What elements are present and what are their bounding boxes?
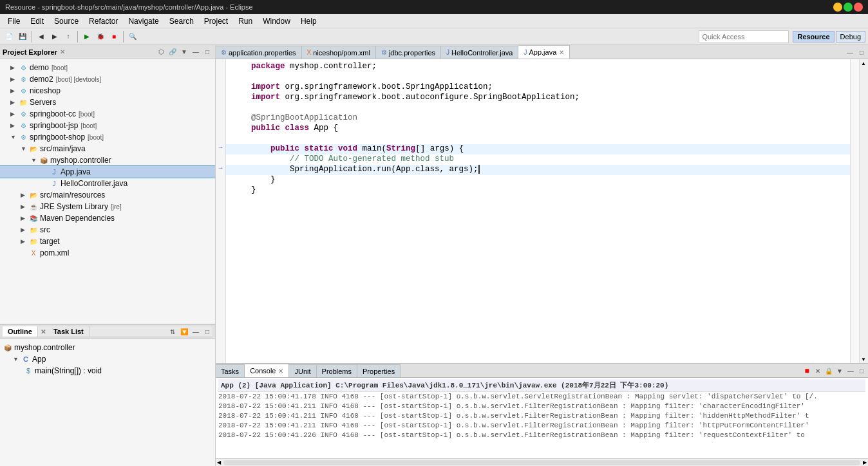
tb-up[interactable]: ↑ <box>62 30 75 43</box>
perspective-buttons: Resource Debug <box>793 31 865 42</box>
java-icon-app: J <box>49 167 59 177</box>
tab-tasks[interactable]: Tasks <box>216 364 245 377</box>
menu-file[interactable]: File <box>3 15 25 27</box>
scrollbar-down[interactable]: ▼ <box>860 355 867 363</box>
tree-item-app-java[interactable]: J App.java <box>0 166 215 178</box>
code-editor[interactable]: package myshop.controller; import org.sp… <box>226 59 850 198</box>
tree-item-servers[interactable]: ▶ 📁 Servers <box>0 97 215 108</box>
maximize-button[interactable] <box>844 3 853 12</box>
close-button[interactable] <box>854 3 863 12</box>
tree-item-pom-xml[interactable]: X pom.xml <box>0 247 215 259</box>
tb-back[interactable]: ◀ <box>35 30 48 43</box>
project-icon-demo: ⚙ <box>18 62 28 73</box>
src-icon-main-resources: 📂 <box>28 190 39 200</box>
gutter-area: → → <box>216 59 226 363</box>
tb-run[interactable]: ▶ <box>80 30 93 43</box>
tree-item-hello-controller[interactable]: J HelloController.java <box>0 178 215 189</box>
bottom-maximize[interactable]: □ <box>856 366 867 376</box>
console-line-5: 2018-07-22 15:00:41.226 INFO 4168 --- [o… <box>218 431 865 440</box>
editor-minimize[interactable]: — <box>845 47 855 57</box>
toolbar-misc: 🔍 <box>126 30 139 43</box>
perspective-debug[interactable]: Debug <box>836 31 865 42</box>
perspective-resource[interactable]: Resource <box>793 31 834 42</box>
menu-navigate[interactable]: Navigate <box>123 15 164 27</box>
pe-collapse-all[interactable]: ⬡ <box>156 47 166 57</box>
pe-minimize[interactable]: — <box>191 47 201 57</box>
console-view-menu[interactable]: ▼ <box>835 366 845 376</box>
tree-item-jre-system[interactable]: ▶ ☕ JRE System Library [jre] <box>0 201 215 212</box>
tree-item-target[interactable]: ▶ 📁 target <box>0 236 215 247</box>
tab-properties[interactable]: Properties <box>357 364 401 377</box>
scrollbar-left[interactable]: ◀ <box>217 460 221 465</box>
console-clear[interactable]: ✕ <box>813 366 823 376</box>
outline-filter[interactable]: 🔽 <box>179 326 189 337</box>
tab-outline[interactable]: Outline <box>3 326 38 337</box>
bottom-minimize[interactable]: — <box>845 366 856 376</box>
code-line-1: package myshop.controller; <box>226 62 850 72</box>
hello-java-icon: J <box>446 49 449 56</box>
console-stop[interactable]: ■ <box>802 366 812 376</box>
tree-item-niceshop[interactable]: ▶ ⚙ niceshop <box>0 85 215 97</box>
outline-item-main-method[interactable]: $ main(String[]) : void <box>3 365 212 377</box>
tab-close-app-java[interactable]: ✕ <box>559 49 564 56</box>
tb-save[interactable]: 💾 <box>16 30 29 43</box>
minimize-button[interactable] <box>833 3 842 12</box>
tab-hello-controller[interactable]: J HelloController.java <box>441 46 518 59</box>
pe-view-menu-icon: ✕ <box>60 48 65 55</box>
menu-window[interactable]: Window <box>258 15 296 27</box>
tab-problems[interactable]: Problems <box>317 364 357 377</box>
pe-maximize[interactable]: □ <box>202 47 212 57</box>
outline-item-package[interactable]: 📦 myshop.controller <box>3 342 212 353</box>
tree-item-springboot-cc[interactable]: ▶ ⚙ springboot-cc [boot] <box>0 108 215 120</box>
tree-item-src-main-resources[interactable]: ▶ 📂 src/main/resources <box>0 189 215 201</box>
menu-help[interactable]: Help <box>296 15 322 27</box>
tree-item-src-main-java[interactable]: ▼ 📂 src/main/java <box>0 143 215 154</box>
menu-edit[interactable]: Edit <box>25 15 49 27</box>
tab-console[interactable]: Console ✕ <box>245 364 289 377</box>
menu-search[interactable]: Search <box>164 15 199 27</box>
editor-maximize[interactable]: □ <box>856 47 867 57</box>
outline-sort[interactable]: ⇅ <box>167 326 178 337</box>
tb-forward[interactable]: ▶ <box>48 30 61 43</box>
menu-refactor[interactable]: Refactor <box>84 15 123 27</box>
outline-minimize[interactable]: — <box>191 326 201 337</box>
tree-item-src[interactable]: ▶ 📁 src <box>0 224 215 236</box>
xml-tab-icon: X <box>307 49 312 56</box>
tab-application-properties[interactable]: ⚙ application.properties <box>216 46 302 59</box>
tree-item-demo[interactable]: ▶ ⚙ demo [boot] <box>0 62 215 73</box>
tree-item-springboot-jsp[interactable]: ▶ ⚙ springboot-jsp [boot] <box>0 120 215 131</box>
menu-project[interactable]: Project <box>199 15 233 27</box>
quick-access-input[interactable] <box>699 30 789 43</box>
tb-search[interactable]: 🔍 <box>126 30 139 43</box>
pe-link-editor[interactable]: 🔗 <box>167 47 178 57</box>
tree-item-demo2[interactable]: ▶ ⚙ demo2 [boot] [devtools] <box>0 73 215 85</box>
outline-maximize[interactable]: □ <box>202 326 212 337</box>
code-scroll[interactable]: package myshop.controller; import org.sp… <box>226 59 850 363</box>
menu-run[interactable]: Run <box>233 15 258 27</box>
console-line-2: 2018-07-22 15:00:41.211 INFO 4168 --- [o… <box>218 402 865 411</box>
project-explorer-title: Project Explorer <box>3 48 57 56</box>
tab-jdbc-properties[interactable]: ⚙ jdbc.properties <box>376 46 441 59</box>
tree-item-springboot-shop[interactable]: ▼ ⚙ springboot-shop [boot] <box>0 131 215 143</box>
scrollbar-right[interactable]: ▶ <box>863 460 867 465</box>
console-scroll-lock[interactable]: 🔒 <box>824 366 834 376</box>
console-scrollbar[interactable]: ◀ ▶ <box>216 458 868 466</box>
tree-item-myshop-controller[interactable]: ▼ 📦 myshop.controller <box>0 154 215 166</box>
outline-item-class-app[interactable]: ▼ C App <box>3 353 212 365</box>
tb-new[interactable]: 📄 <box>3 30 15 43</box>
editor-scrollbar[interactable]: ▲ ▼ <box>859 59 868 363</box>
pe-view-menu[interactable]: ▼ <box>179 47 189 57</box>
title-bar-controls[interactable] <box>833 3 863 12</box>
scrollbar-up[interactable]: ▲ <box>860 59 867 67</box>
tb-debug[interactable]: 🐞 <box>94 30 107 43</box>
tab-task-list[interactable]: Task List <box>48 326 90 337</box>
folder-icon-src: 📁 <box>28 225 39 235</box>
menu-source[interactable]: Source <box>49 15 84 27</box>
outline-method-label: main(String[]) : void <box>35 366 102 375</box>
tab-junit[interactable]: JUnit <box>289 364 316 377</box>
tab-app-java[interactable]: J App.java ✕ <box>518 45 570 59</box>
toolbar-sep1 <box>32 31 32 42</box>
tree-item-maven-dep[interactable]: ▶ 📚 Maven Dependencies <box>0 212 215 224</box>
tab-niceshop-pom[interactable]: X niceshop/pom.xml <box>302 46 376 59</box>
tb-stop[interactable]: ■ <box>108 30 120 43</box>
